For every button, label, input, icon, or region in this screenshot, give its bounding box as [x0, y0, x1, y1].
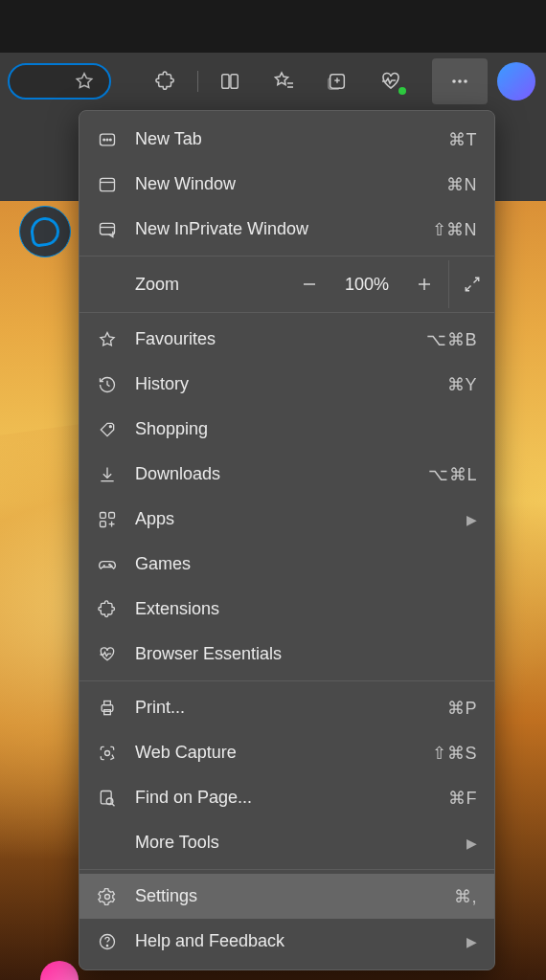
- menu-item-shortcut: ⌥⌘B: [426, 329, 477, 350]
- chevron-right-icon: ▶: [466, 835, 477, 851]
- menu-item-essentials[interactable]: Browser Essentials: [80, 632, 494, 677]
- star-icon[interactable]: [74, 71, 95, 92]
- menu-item-inprivate[interactable]: New InPrivate Window ⇧⌘N: [80, 207, 494, 252]
- svg-rect-23: [101, 512, 106, 518]
- menu-separator: [80, 680, 494, 681]
- address-bar-segment[interactable]: [8, 63, 111, 100]
- svg-rect-34: [104, 709, 111, 714]
- menu-item-label: More Tools: [135, 833, 449, 853]
- new-tab-icon: [97, 129, 118, 150]
- menu-separator: [80, 869, 494, 870]
- extensions-toolbar-button[interactable]: [142, 62, 190, 100]
- menu-item-label: Print...: [135, 698, 430, 718]
- window-icon: [97, 174, 118, 195]
- menu-item-shortcut: ⌘Y: [447, 374, 477, 395]
- zoom-out-button[interactable]: [285, 260, 333, 308]
- menu-item-more-tools[interactable]: More Tools ▶: [80, 820, 494, 865]
- help-icon: [97, 931, 118, 952]
- menu-item-downloads[interactable]: Downloads ⌥⌘L: [80, 452, 494, 497]
- bing-icon: [29, 215, 61, 248]
- menu-zoom-row: Zoom 100%: [80, 260, 494, 308]
- menu-item-games[interactable]: Games: [80, 542, 494, 587]
- svg-point-20: [109, 425, 111, 427]
- fullscreen-button[interactable]: [448, 260, 494, 308]
- chevron-right-icon: ▶: [466, 934, 477, 949]
- svg-rect-33: [104, 701, 111, 704]
- menu-item-shortcut: ⌘,: [454, 886, 477, 907]
- svg-point-39: [105, 894, 110, 899]
- zoom-value: 100%: [333, 275, 400, 295]
- window-titlebar: [0, 0, 546, 53]
- menu-item-print[interactable]: Print... ⌘P: [80, 685, 494, 730]
- copilot-button[interactable]: [497, 62, 535, 100]
- menu-item-label: Favourites: [135, 329, 409, 349]
- menu-item-label: Shopping: [135, 419, 477, 439]
- print-icon: [97, 698, 118, 719]
- svg-point-30: [109, 564, 110, 565]
- shopping-icon: [97, 419, 118, 440]
- menu-item-shortcut: ⌘F: [448, 788, 477, 809]
- menu-item-label: Web Capture: [135, 743, 415, 763]
- svg-point-11: [106, 139, 108, 141]
- menu-item-new-tab[interactable]: New Tab ⌘T: [80, 117, 494, 162]
- favourites-toolbar-button[interactable]: [260, 62, 307, 100]
- menu-item-shortcut: ⇧⌘S: [432, 743, 477, 764]
- menu-item-shopping[interactable]: Shopping: [80, 407, 494, 452]
- svg-rect-0: [222, 75, 229, 89]
- svg-point-6: [452, 79, 456, 83]
- menu-item-label: Settings: [135, 886, 437, 906]
- find-icon: [97, 788, 118, 809]
- svg-rect-24: [109, 512, 115, 518]
- toolbar-separator: [197, 71, 198, 92]
- menu-item-label: Downloads: [135, 464, 411, 484]
- zoom-in-button[interactable]: [400, 260, 448, 308]
- menu-item-shortcut: ⇧⌘N: [432, 219, 478, 240]
- menu-item-shortcut: ⌘T: [448, 129, 477, 150]
- menu-item-favourites[interactable]: Favourites ⌥⌘B: [80, 317, 494, 362]
- svg-point-41: [106, 945, 107, 946]
- menu-item-history[interactable]: History ⌘Y: [80, 362, 494, 407]
- chevron-right-icon: ▶: [466, 512, 477, 527]
- menu-item-extensions[interactable]: Extensions: [80, 587, 494, 632]
- download-icon: [97, 464, 118, 485]
- more-menu-button[interactable]: [432, 58, 488, 104]
- collections-button[interactable]: [313, 62, 361, 100]
- menu-item-label: New Tab: [135, 129, 431, 149]
- puzzle-icon: [97, 599, 118, 620]
- capture-icon: [97, 743, 118, 764]
- menu-item-find[interactable]: Find on Page... ⌘F: [80, 775, 494, 820]
- menu-item-label: New Window: [135, 174, 429, 194]
- games-icon: [97, 554, 118, 575]
- svg-point-8: [464, 79, 467, 83]
- menu-separator: [80, 256, 494, 256]
- menu-item-shortcut: ⌘N: [446, 174, 477, 195]
- apps-icon: [97, 509, 118, 530]
- menu-item-web-capture[interactable]: Web Capture ⇧⌘S: [80, 730, 494, 775]
- inprivate-icon: [97, 219, 118, 240]
- menu-item-shortcut: ⌥⌘L: [428, 464, 477, 485]
- menu-item-label: New InPrivate Window: [135, 219, 415, 239]
- bing-sidebar-badge[interactable]: [19, 206, 71, 257]
- history-icon: [97, 374, 118, 395]
- svg-line-38: [112, 803, 115, 806]
- menu-item-new-window[interactable]: New Window ⌘N: [80, 162, 494, 207]
- menu-item-shortcut: ⌘P: [447, 698, 477, 719]
- svg-rect-13: [101, 178, 115, 190]
- menu-separator: [80, 312, 494, 313]
- menu-item-help[interactable]: Help and Feedback ▶: [80, 919, 494, 964]
- svg-point-35: [105, 750, 110, 755]
- browser-essentials-button[interactable]: [367, 62, 415, 100]
- settings-and-more-menu: New Tab ⌘T New Window ⌘N New InPrivate W…: [79, 110, 495, 970]
- svg-point-10: [103, 139, 105, 141]
- svg-point-7: [458, 79, 462, 83]
- svg-rect-1: [231, 75, 238, 89]
- menu-item-settings[interactable]: Settings ⌘,: [80, 874, 494, 919]
- gear-icon: [97, 886, 118, 907]
- menu-item-apps[interactable]: Apps ▶: [80, 497, 494, 542]
- menu-item-label: Help and Feedback: [135, 931, 449, 951]
- star-icon: [97, 329, 118, 350]
- split-screen-button[interactable]: [206, 62, 254, 100]
- svg-point-12: [110, 139, 112, 141]
- menu-item-label: Browser Essentials: [135, 644, 477, 664]
- svg-point-31: [111, 566, 112, 567]
